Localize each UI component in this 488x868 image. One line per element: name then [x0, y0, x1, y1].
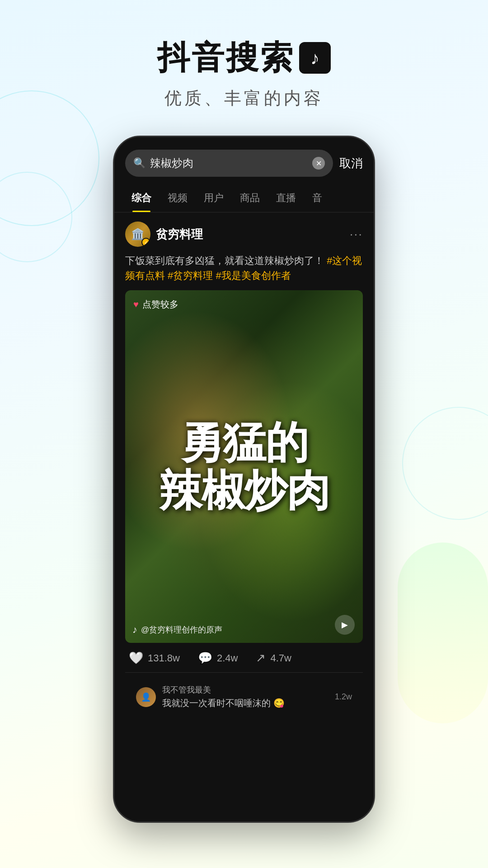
commenter-name: 我不管我最美: [162, 684, 285, 695]
video-background: 勇猛的辣椒炒肉: [125, 290, 363, 643]
likes-count: 131.8w: [148, 652, 180, 664]
tiktok-logo-icon: ♪: [299, 42, 331, 74]
comments-count: 2.4w: [217, 652, 238, 664]
video-thumbnail[interactable]: 勇猛的辣椒炒肉 ♥ 点赞较多 ♪ @贫穷料理创作的原声 ▶: [125, 290, 363, 643]
commenter-avatar: 👤: [136, 687, 156, 707]
search-icon: 🔍: [133, 157, 145, 169]
search-clear-button[interactable]: ✕: [312, 157, 325, 170]
verified-badge: ✓: [141, 238, 150, 247]
author-avatar: 🏛️ ✓: [125, 222, 150, 247]
header-title-row: 抖音搜索 ♪: [0, 36, 488, 80]
post-description: 下饭菜到底有多凶猛，就看这道辣椒炒肉了！ #这个视频有点料 #贫穷料理 #我是美…: [125, 253, 363, 283]
app-title: 抖音搜索: [157, 36, 295, 80]
post-more-button[interactable]: ···: [350, 227, 363, 241]
tab-comprehensive[interactable]: 综合: [123, 184, 160, 212]
share-icon: ↗: [256, 651, 266, 665]
comments-preview: 👤 我不管我最美 我就没一次看时不咽唾沫的 😋: [125, 673, 363, 721]
search-tabs: 综合 视频 用户 商品 直播 音: [114, 184, 374, 212]
post-header: 🏛️ ✓ 贫穷料理 ···: [125, 222, 363, 247]
comment-row: 👤 我不管我最美 我就没一次看时不咽唾沫的 😋: [136, 680, 352, 714]
post-card: 🏛️ ✓ 贫穷料理 ··· 下饭菜到底有多凶猛，就看这道辣椒炒肉了！ #这个视频…: [114, 212, 374, 721]
shares-count: 4.7w: [270, 652, 291, 664]
video-popular-tag: ♥ 点赞较多: [133, 298, 178, 311]
tab-live[interactable]: 直播: [268, 184, 304, 212]
post-author[interactable]: 🏛️ ✓ 贫穷料理: [125, 222, 203, 247]
comment-content: 我不管我最美 我就没一次看时不咽唾沫的 😋 1.2w: [162, 684, 352, 709]
bg-decoration-circle-3: [402, 407, 488, 520]
comment-text-body: 我就没一次看时不咽唾沫的 😋: [162, 698, 285, 708]
heart-icon: ♥: [133, 299, 139, 310]
bg-decoration-blob: [398, 542, 488, 723]
comment-icon: 💬: [198, 651, 212, 665]
search-input-wrapper[interactable]: 🔍 辣椒炒肉 ✕: [125, 150, 333, 177]
like-icon: 🤍: [129, 651, 143, 665]
phone-mockup: 🔍 辣椒炒肉 ✕ 取消 综合 视频 用户 商品: [113, 136, 375, 823]
tab-video[interactable]: 视频: [160, 184, 196, 212]
author-name: 贫穷料理: [156, 226, 203, 242]
play-button[interactable]: ▶: [335, 615, 355, 635]
video-title-text: 勇猛的辣椒炒肉: [125, 290, 363, 643]
stat-likes[interactable]: 🤍 131.8w: [129, 651, 180, 665]
tab-audio[interactable]: 音: [304, 184, 330, 212]
search-query-text: 辣椒炒肉: [150, 156, 308, 170]
content-area: 🏛️ ✓ 贫穷料理 ··· 下饭菜到底有多凶猛，就看这道辣椒炒肉了！ #这个视频…: [114, 212, 374, 821]
search-bar: 🔍 辣椒炒肉 ✕ 取消: [114, 137, 374, 184]
tab-product[interactable]: 商品: [232, 184, 268, 212]
phone-screen: 🔍 辣椒炒肉 ✕ 取消 综合 视频 用户 商品: [114, 137, 374, 821]
tab-user[interactable]: 用户: [196, 184, 232, 212]
comment-body: 我不管我最美 我就没一次看时不咽唾沫的 😋: [162, 684, 285, 709]
comment-likes-count: 1.2w: [335, 692, 352, 702]
video-audio-info: ♪ @贫穷料理创作的原声: [132, 624, 222, 636]
stat-comments[interactable]: 💬 2.4w: [198, 651, 238, 665]
search-cancel-button[interactable]: 取消: [339, 156, 363, 171]
tiktok-note-icon: ♪: [132, 624, 137, 636]
post-stats: 🤍 131.8w 💬 2.4w ↗ 4.7w: [125, 643, 363, 673]
tiktok-note-icon: ♪: [310, 48, 319, 68]
phone-body: 🔍 辣椒炒肉 ✕ 取消 综合 视频 用户 商品: [113, 136, 375, 823]
stat-shares[interactable]: ↗ 4.7w: [256, 651, 291, 665]
